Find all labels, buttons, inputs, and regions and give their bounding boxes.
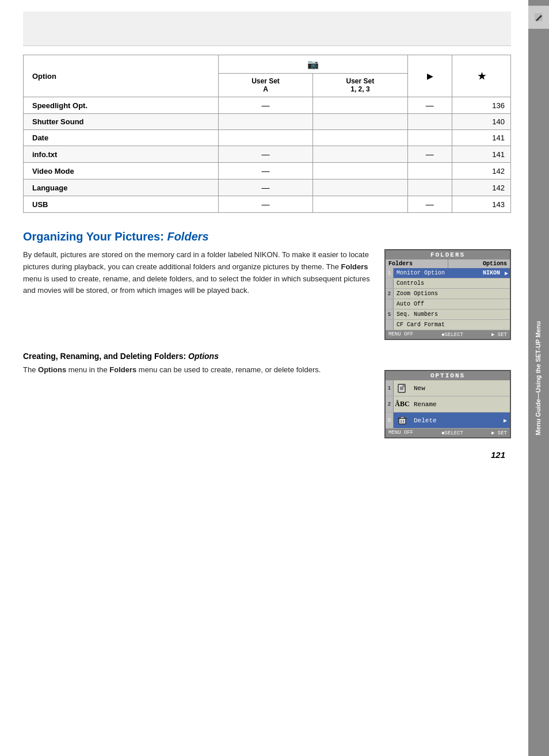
row-arrow <box>506 282 510 285</box>
folders-screen-row: 1 Monitor Option NIKON ▶ <box>386 268 510 278</box>
table-cell-playback <box>407 163 452 180</box>
table-cell-playback <box>407 114 452 130</box>
folders-header-col2: Options <box>448 259 510 268</box>
section2-heading: Creating, Renaming, and Deleting Folders… <box>23 352 511 361</box>
table-cell-usera: — <box>218 180 312 196</box>
table-cell-option: info.txt <box>24 146 219 163</box>
side-tab-icon-area <box>528 6 549 29</box>
folders-footer-center: ◆SELECT <box>441 331 463 338</box>
folders-screen-container: FOLDERS Folders Options 1 Monitor Option… <box>384 249 511 340</box>
table-row: Shutter Sound 140 <box>24 114 511 130</box>
options-screen-footer: MENU OFF ◆SELECT ▶ SET <box>386 429 510 437</box>
pencil-icon <box>533 12 544 23</box>
row-arrow <box>506 314 510 316</box>
table-cell-playback: — <box>407 196 452 213</box>
row-arrow <box>506 303 510 306</box>
row-label: Zoom Options <box>394 289 501 298</box>
options-screen-row: S Delete ▶ <box>386 413 510 429</box>
table-cell-option: Language <box>24 180 219 196</box>
table-cell-option: Speedlight Opt. <box>24 97 219 114</box>
table-header-wrench: ★ <box>452 55 511 97</box>
row-label: CF Card Format <box>394 320 501 329</box>
table-cell-option: Video Mode <box>24 163 219 180</box>
options-screen-title: OPTIONS <box>386 371 510 380</box>
opt-row-num: 1 <box>386 380 394 396</box>
options-screen-row: 2 ÅBC Rename <box>386 396 510 413</box>
top-bar <box>23 12 511 46</box>
svg-rect-4 <box>399 418 406 424</box>
opt-label: Rename <box>411 400 504 409</box>
table-row: Date 141 <box>24 130 511 146</box>
svg-rect-6 <box>401 417 404 418</box>
camera-icon: 📷 <box>223 59 403 70</box>
options-table: Option 📷 ▶ ★ User SetA User Set1, 2, 3 S… <box>23 55 511 213</box>
opt-arrow <box>504 387 510 390</box>
table-cell-user123 <box>313 146 407 163</box>
folders-screen: FOLDERS Folders Options 1 Monitor Option… <box>384 249 511 340</box>
row-label: Auto Off <box>394 300 501 308</box>
main-content: Option 📷 ▶ ★ User SetA User Set1, 2, 3 S… <box>0 0 528 756</box>
row-value <box>501 314 506 316</box>
row-label: Seq. Numbers <box>394 310 501 319</box>
table-header-option: Option <box>24 55 219 97</box>
side-tab: Menu Guide—Using the SET-UP Menu <box>528 0 549 756</box>
folders-screen-footer: MENU OFF ◆SELECT ▶ SET <box>386 330 510 339</box>
row-number: 2 <box>386 289 394 299</box>
table-cell-option: Shutter Sound <box>24 114 219 130</box>
section1-body: By default, pictures are stored on the m… <box>23 249 511 340</box>
folders-screen-row: Controls <box>386 278 510 289</box>
table-cell-option: Date <box>24 130 219 146</box>
row-value: NIKON <box>480 269 503 277</box>
folders-screen-row: 2 Zoom Options <box>386 289 510 299</box>
table-header-playback: ▶ <box>407 55 452 97</box>
folders-screen-row: Auto Off <box>386 299 510 310</box>
table-cell-user123 <box>313 114 407 130</box>
opt-arrow: ▶ <box>501 416 510 425</box>
table-cell-user123 <box>313 180 407 196</box>
opt-row-num: 2 <box>386 396 394 412</box>
section1-heading: Organizing Your Pictures: Folders <box>23 230 511 243</box>
table-subheader-user123: User Set1, 2, 3 <box>313 74 407 97</box>
opt-label: New <box>411 384 504 393</box>
row-label: Monitor Option <box>394 269 480 277</box>
row-number <box>386 278 394 288</box>
row-value <box>501 282 506 285</box>
row-value <box>501 303 506 306</box>
table-cell-usera: — <box>218 146 312 163</box>
table-cell-playback <box>407 130 452 146</box>
section1-text: By default, pictures are stored on the m… <box>23 249 373 297</box>
row-number: S <box>386 310 394 319</box>
table-cell-page: 142 <box>452 163 511 180</box>
table-cell-page: 141 <box>452 146 511 163</box>
row-arrow: ▶ <box>503 269 510 278</box>
table-cell-usera <box>218 114 312 130</box>
options-footer-right: ▶ SET <box>491 430 507 436</box>
row-arrow <box>506 293 510 295</box>
folders-header-col1: Folders <box>386 259 448 268</box>
options-screen-row: 1 New <box>386 380 510 396</box>
table-row: Video Mode — 142 <box>24 163 511 180</box>
folders-footer-left: MENU OFF <box>388 331 413 338</box>
section2-body: The Options menu in the Folders menu can… <box>23 364 511 438</box>
row-number <box>386 299 394 309</box>
section2-text: The Options menu in the Folders menu can… <box>23 364 373 376</box>
table-cell-page: 140 <box>452 114 511 130</box>
table-cell-page: 136 <box>452 97 511 114</box>
options-screen: OPTIONS 1 New 2 ÅBC Rename S Delete ▶ ME… <box>384 370 511 438</box>
table-cell-playback <box>407 180 452 196</box>
options-footer-center: ◆SELECT <box>441 430 463 436</box>
options-screen-container: OPTIONS 1 New 2 ÅBC Rename S Delete ▶ ME… <box>384 364 511 438</box>
table-subheader-usera: User SetA <box>218 74 312 97</box>
table-cell-page: 141 <box>452 130 511 146</box>
row-number: 1 <box>386 268 394 278</box>
opt-icon <box>394 383 411 394</box>
table-cell-user123 <box>313 97 407 114</box>
table-cell-page: 143 <box>452 196 511 213</box>
opt-arrow <box>504 403 510 406</box>
table-cell-playback: — <box>407 146 452 163</box>
row-number <box>386 320 394 330</box>
side-tab-label: Menu Guide—Using the SET-UP Menu <box>529 315 547 441</box>
opt-icon <box>394 415 411 426</box>
table-cell-usera <box>218 130 312 146</box>
table-cell-option: USB <box>24 196 219 213</box>
